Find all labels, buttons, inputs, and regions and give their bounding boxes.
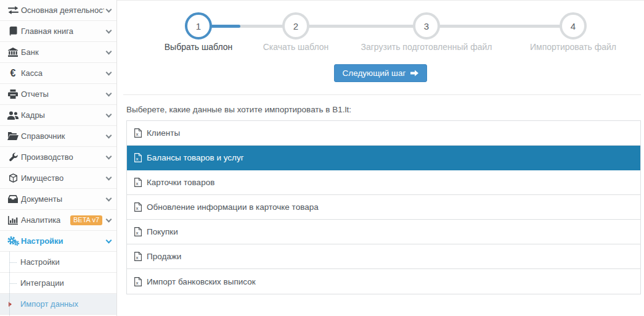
excel-file-icon: x xyxy=(134,178,142,187)
sidebar-item-label: Касса xyxy=(21,69,43,78)
next-step-button-row: Следующий шаг xyxy=(117,64,644,82)
import-wizard-stepper: 1 2 3 4 Выбрать шаблон Скачать шаблон За… xyxy=(117,12,644,51)
sidebar-item-settings[interactable]: Настройки xyxy=(0,231,116,252)
bar-chart-icon xyxy=(5,216,21,225)
excel-file-icon: x xyxy=(134,277,142,286)
sidebar-item-production[interactable]: Производство xyxy=(0,147,116,168)
list-item-label: Обновление информации в карточке товара xyxy=(147,202,319,212)
sidebar-item-label: Производство xyxy=(21,152,73,162)
svg-text:x: x xyxy=(136,206,138,211)
sidebar-item-assets[interactable]: Имущество xyxy=(0,168,116,189)
step-2-label: Скачать шаблон xyxy=(222,42,370,52)
chevron-down-icon xyxy=(106,90,112,96)
euro-icon: € xyxy=(5,68,21,79)
app-window: Основная деятельность Главная книга Банк… xyxy=(0,0,644,316)
sidebar-item-label: Документы xyxy=(21,194,62,204)
svg-text:x: x xyxy=(136,131,138,137)
next-step-button-label: Следующий шаг xyxy=(343,69,406,78)
inbox-icon xyxy=(5,195,21,203)
step-4-label: Импортировать файл xyxy=(499,42,644,52)
sidebar-item-label: Главная книга xyxy=(21,27,73,36)
list-item-sales[interactable]: x Продажи xyxy=(127,244,640,269)
sidebar-item-general-ledger[interactable]: Главная книга xyxy=(0,21,116,42)
folder-open-icon xyxy=(5,132,21,141)
wrench-icon xyxy=(5,152,21,162)
submenu-item-data-import[interactable]: Импорт данных xyxy=(0,294,116,315)
chevron-down-icon xyxy=(106,153,112,159)
chevron-down-icon xyxy=(106,195,112,201)
chevron-down-icon xyxy=(106,69,112,75)
arrow-right-icon xyxy=(410,70,418,77)
step-4-circle[interactable]: 4 xyxy=(560,12,587,40)
step-2-circle[interactable]: 2 xyxy=(282,12,309,40)
submenu-item-label: Интеграции xyxy=(20,278,64,288)
import-options-list: x Клиенты x Балансы товаров и услуг x Ка… xyxy=(126,120,641,294)
excel-file-icon: x xyxy=(134,227,142,236)
sidebar-item-cash[interactable]: € Касса xyxy=(0,63,116,84)
svg-text:x: x xyxy=(136,230,138,236)
chevron-down-icon xyxy=(106,132,112,138)
sidebar-item-label: Имущество xyxy=(21,173,63,183)
chevron-down-icon xyxy=(106,216,112,222)
submenu-item-settings[interactable]: Настройки xyxy=(0,252,116,273)
submenu-item-label: Импорт данных xyxy=(20,299,78,309)
sidebar-item-label: Банк xyxy=(21,48,39,57)
submenu-item-integrations[interactable]: Интеграции xyxy=(0,273,116,294)
sidebar-item-analytics[interactable]: Аналитика BETA v7 xyxy=(0,210,116,231)
sidebar-item-reports[interactable]: Отчеты xyxy=(0,84,116,105)
beta-badge: BETA v7 xyxy=(70,215,102,225)
list-item-label: Клиенты xyxy=(147,128,180,138)
sidebar-item-label: Основная деятельность xyxy=(21,6,104,15)
submenu-item-label: Настройки xyxy=(20,257,60,267)
list-item-label: Карточки товаров xyxy=(147,178,214,187)
sidebar-item-bank[interactable]: Банк xyxy=(0,42,116,63)
chevron-down-icon xyxy=(106,27,112,33)
stepper-track xyxy=(198,25,573,28)
excel-file-icon: x xyxy=(134,128,142,138)
section-divider xyxy=(123,94,641,95)
list-item-label: Балансы товаров и услуг xyxy=(147,153,244,162)
bank-icon xyxy=(5,48,21,57)
chevron-down-icon xyxy=(106,48,112,54)
sidebar-item-hr[interactable]: Кадры xyxy=(0,105,116,126)
book-icon xyxy=(5,27,21,36)
sidebar-item-documents[interactable]: Документы xyxy=(0,189,116,210)
cube-icon xyxy=(5,173,21,183)
step-3-circle[interactable]: 3 xyxy=(413,12,440,40)
list-item-label: Продажи xyxy=(147,252,181,261)
import-instruction-text: Выберете, какие данные вы хотите импорти… xyxy=(126,105,644,114)
chevron-down-icon xyxy=(106,111,112,117)
chevron-down-icon xyxy=(106,6,112,12)
chevron-down-icon xyxy=(106,174,112,180)
svg-text:x: x xyxy=(136,156,138,162)
sidebar-item-directory[interactable]: Справочник xyxy=(0,126,116,147)
exchange-icon xyxy=(5,6,21,14)
sidebar: Основная деятельность Главная книга Банк… xyxy=(0,0,117,316)
list-item-bank-statements[interactable]: x Импорт банковских выписок xyxy=(127,269,640,294)
gears-icon xyxy=(5,236,21,246)
sidebar-item-label: Настройки xyxy=(21,236,63,246)
sidebar-item-label: Отчеты xyxy=(21,89,49,99)
next-step-button[interactable]: Следующий шаг xyxy=(334,64,428,82)
list-item-purchases[interactable]: x Покупки xyxy=(127,220,640,244)
excel-file-icon: x xyxy=(134,202,142,212)
sidebar-item-label: Кадры xyxy=(21,110,45,120)
excel-file-icon: x xyxy=(134,153,142,162)
list-item-card-update[interactable]: x Обновление информации в карточке товар… xyxy=(127,195,640,220)
step-1-circle[interactable]: 1 xyxy=(185,12,212,40)
step-3-label: Загрузить подготовленный файл xyxy=(353,42,500,52)
list-item-product-cards[interactable]: x Карточки товаров xyxy=(127,170,640,195)
list-item-clients[interactable]: x Клиенты xyxy=(127,121,640,146)
list-item-label: Покупки xyxy=(147,227,178,236)
list-item-balances[interactable]: x Балансы товаров и услуг xyxy=(127,146,640,170)
users-icon xyxy=(5,111,21,120)
excel-file-icon: x xyxy=(134,252,142,261)
sidebar-item-label: Аналитика xyxy=(21,215,60,225)
print-icon xyxy=(5,89,21,99)
svg-text:x: x xyxy=(136,280,138,285)
sidebar-item-main-activity[interactable]: Основная деятельность xyxy=(0,0,116,21)
settings-submenu: Настройки Интеграции Импорт данных xyxy=(0,252,116,316)
sidebar-item-label: Справочник xyxy=(21,131,65,141)
svg-text:x: x xyxy=(136,255,138,260)
list-item-label: Импорт банковских выписок xyxy=(147,277,256,286)
